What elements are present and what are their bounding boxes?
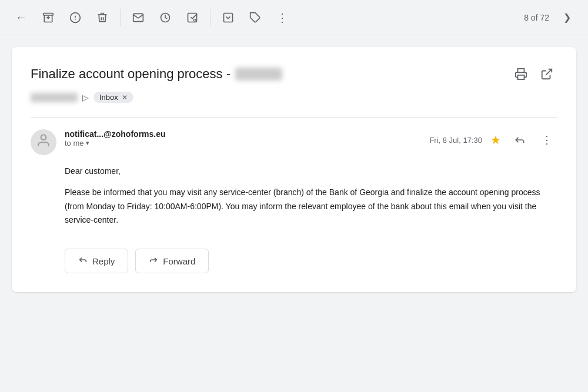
sender-email-blurred: [31, 93, 78, 102]
more-message-actions-button[interactable]: ⋮: [536, 129, 557, 150]
to-me-chevron: ▾: [86, 139, 89, 147]
print-button[interactable]: [510, 63, 532, 85]
sender-name: notificat...@zohoforms.eu: [65, 129, 166, 139]
snooze-button[interactable]: [153, 6, 177, 29]
inbox-badge: Inbox ✕: [93, 92, 133, 103]
more-actions-button[interactable]: ⋮: [270, 6, 294, 29]
email-greeting: Dear customer,: [65, 165, 557, 179]
forward-label: Forward: [163, 256, 195, 266]
back-button[interactable]: ←: [9, 6, 33, 29]
email-message: notificat...@zohoforms.eu to me ▾ Fri, 8…: [31, 117, 557, 273]
forward-button[interactable]: Forward: [135, 249, 209, 273]
inbox-label: Inbox: [99, 93, 118, 102]
forward-btn-icon: [149, 255, 158, 267]
to-me-label: to me: [65, 139, 84, 148]
archive-button[interactable]: [36, 6, 60, 29]
subject-row: Finalize account opening process -: [31, 63, 557, 85]
email-subject: Finalize account opening process -: [31, 66, 282, 82]
reply-icon-button[interactable]: [509, 129, 530, 150]
label-button[interactable]: [243, 6, 267, 29]
email-toolbar: ←: [0, 0, 588, 35]
action-buttons: Reply Forward: [31, 249, 557, 273]
subject-blurred: [235, 68, 282, 81]
delete-button[interactable]: [91, 6, 114, 29]
remove-inbox-label-button[interactable]: ✕: [122, 93, 128, 102]
report-spam-button[interactable]: [64, 6, 87, 29]
svg-point-4: [75, 19, 76, 20]
reply-btn-icon: [78, 255, 88, 267]
email-body: Dear customer, Please be informed that y…: [31, 165, 557, 227]
svg-line-14: [546, 69, 552, 75]
person-icon: [36, 133, 51, 152]
sender-details: notificat...@zohoforms.eu to me ▾: [65, 129, 166, 148]
svg-point-15: [41, 135, 46, 140]
svg-rect-13: [518, 75, 524, 79]
subject-text: Finalize account opening process -: [31, 66, 230, 82]
message-date: Fri, 8 Jul, 17:30: [429, 136, 482, 145]
toolbar-divider-1: [120, 9, 121, 26]
labels-row: ▷ Inbox ✕: [31, 92, 557, 103]
subject-icons: [510, 63, 557, 85]
breadcrumb-arrow: ▷: [82, 93, 89, 102]
message-header: notificat...@zohoforms.eu to me ▾ Fri, 8…: [31, 129, 557, 155]
reply-button[interactable]: Reply: [65, 249, 128, 273]
email-container: Finalize account opening process -: [12, 47, 576, 292]
svg-rect-11: [224, 13, 233, 22]
next-email-button[interactable]: ❯: [555, 6, 579, 29]
sender-avatar: [31, 129, 56, 155]
reply-label: Reply: [92, 256, 115, 266]
toolbar-divider-2: [210, 9, 211, 26]
move-to-button[interactable]: [216, 6, 240, 29]
email-content: Please be informed that you may visit an…: [65, 186, 557, 227]
svg-rect-0: [44, 13, 54, 15]
to-me-dropdown[interactable]: to me ▾: [65, 139, 166, 148]
email-counter: 8 of 72: [524, 13, 549, 22]
open-in-new-button[interactable]: [536, 63, 557, 85]
mark-unread-button[interactable]: [126, 6, 150, 29]
star-button[interactable]: ★: [488, 130, 503, 149]
sender-info: notificat...@zohoforms.eu to me ▾: [31, 129, 166, 155]
message-meta: Fri, 8 Jul, 17:30 ★ ⋮: [429, 129, 557, 150]
add-to-tasks-button[interactable]: [181, 6, 204, 29]
